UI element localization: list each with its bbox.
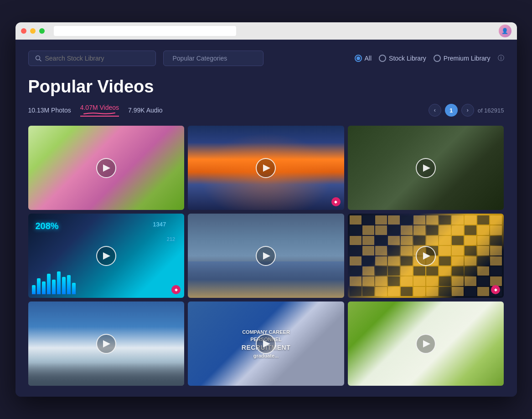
stats-left: 10.13M Photos 4.07M Videos 7.99K Audio bbox=[28, 104, 163, 117]
maximize-button[interactable] bbox=[39, 28, 45, 34]
play-button-6[interactable] bbox=[416, 246, 436, 266]
categories-dropdown[interactable]: Popular Categories bbox=[163, 51, 263, 66]
search-icon bbox=[35, 55, 41, 61]
video-thumb-dataviz: 208% 1347 212 bbox=[28, 214, 185, 298]
video-thumb-ocean bbox=[188, 214, 344, 298]
video-card-8[interactable]: COMPANY CAREER PERSONNEL RECRUITMENT gra… bbox=[188, 301, 344, 386]
video-thumb-city: ◆ bbox=[188, 126, 344, 210]
video-card-9[interactable] bbox=[348, 301, 504, 386]
play-button-9[interactable] bbox=[416, 334, 436, 354]
svg-line-1 bbox=[39, 60, 41, 61]
video-card-4[interactable]: 208% 1347 212 bbox=[28, 214, 185, 298]
stats-bar: 10.13M Photos 4.07M Videos 7.99K Audio ‹… bbox=[28, 104, 504, 117]
video-thumb-mountain bbox=[28, 301, 185, 386]
filter-group: All Stock Library Premium Library ⓘ bbox=[355, 54, 504, 62]
play-button-8[interactable] bbox=[256, 334, 276, 354]
play-button-1[interactable] bbox=[96, 158, 116, 178]
video-card-6[interactable]: ◆ bbox=[348, 214, 504, 298]
video-card-2[interactable]: ◆ bbox=[188, 126, 344, 210]
browser-titlebar: 👤 bbox=[15, 22, 517, 40]
video-grid: ◆ 208% 1347 212 bbox=[28, 126, 504, 386]
bar-chart bbox=[32, 271, 181, 294]
current-page: 1 bbox=[445, 104, 458, 117]
url-bar[interactable] bbox=[54, 26, 236, 36]
play-button-7[interactable] bbox=[96, 334, 116, 354]
next-page-button[interactable]: › bbox=[461, 104, 474, 117]
filter-all[interactable]: All bbox=[355, 55, 372, 62]
filter-premium[interactable]: Premium Library bbox=[434, 55, 491, 62]
pagination: ‹ 1 › of 162915 bbox=[429, 104, 504, 117]
search-input[interactable] bbox=[45, 55, 149, 62]
radio-stock[interactable] bbox=[379, 55, 386, 62]
play-button-3[interactable] bbox=[416, 158, 436, 178]
video-thumb-building: ◆ bbox=[348, 214, 504, 298]
video-card-3[interactable] bbox=[348, 126, 504, 210]
minimize-button[interactable] bbox=[30, 28, 36, 34]
browser-window: 👤 Popular Categories All bbox=[15, 22, 517, 397]
video-thumb-whiteflowers bbox=[348, 301, 504, 386]
top-bar: Popular Categories All Stock Library Pre… bbox=[28, 51, 504, 66]
video-card-5[interactable] bbox=[188, 214, 344, 298]
radio-all[interactable] bbox=[355, 55, 362, 62]
audio-count[interactable]: 7.99K Audio bbox=[128, 107, 163, 114]
avatar[interactable]: 👤 bbox=[499, 25, 511, 37]
play-button-2[interactable] bbox=[256, 158, 276, 178]
play-button-4[interactable] bbox=[96, 246, 116, 266]
app-content: Popular Categories All Stock Library Pre… bbox=[15, 40, 517, 397]
premium-badge-2: ◆ bbox=[331, 197, 341, 206]
videos-count[interactable]: 4.07M Videos bbox=[80, 104, 119, 117]
total-pages: of 162915 bbox=[478, 107, 504, 114]
close-button[interactable] bbox=[21, 28, 26, 34]
video-thumb-recruitment: COMPANY CAREER PERSONNEL RECRUITMENT gra… bbox=[188, 301, 344, 386]
page-title: Popular Videos bbox=[28, 77, 504, 97]
info-icon[interactable]: ⓘ bbox=[498, 54, 504, 62]
prev-page-button[interactable]: ‹ bbox=[429, 104, 441, 117]
photos-count[interactable]: 10.13M Photos bbox=[28, 107, 71, 114]
video-thumb-flowers bbox=[28, 126, 185, 210]
video-thumb-flamingo bbox=[348, 126, 504, 210]
video-card-7[interactable] bbox=[28, 301, 185, 386]
search-box[interactable] bbox=[28, 51, 156, 66]
radio-premium[interactable] bbox=[434, 55, 441, 62]
play-button-5[interactable] bbox=[256, 246, 276, 266]
filter-stock[interactable]: Stock Library bbox=[379, 55, 426, 62]
underline-curve bbox=[83, 112, 116, 115]
video-card-1[interactable] bbox=[28, 126, 185, 210]
